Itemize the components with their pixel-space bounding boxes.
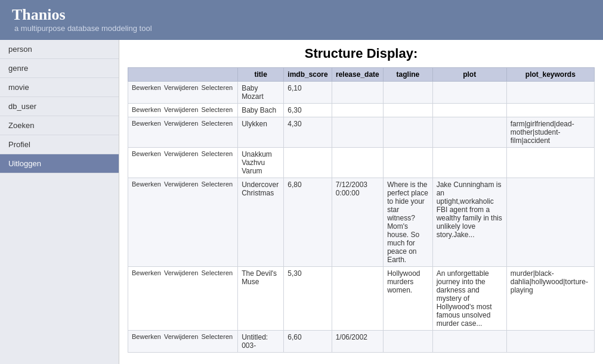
row-actions-cell: Bewerken Verwijderen Selecteren xyxy=(128,82,238,104)
main-content: Structure Display: title imdb_score rele… xyxy=(119,40,603,364)
sidebar-item-movie[interactable]: movie xyxy=(0,78,119,97)
row-actions-cell: Bewerken Verwijderen Selecteren xyxy=(128,178,238,267)
cell-title: Unakkum Vazhvu Varum xyxy=(238,148,284,178)
cell-plot: Jake Cunningham is an uptight,workaholic… xyxy=(432,178,506,267)
action-bewerken[interactable]: Bewerken xyxy=(132,269,163,276)
cell-plot xyxy=(432,117,506,148)
action-verwijderen[interactable]: Verwijderen xyxy=(164,106,200,113)
action-bewerken[interactable]: Bewerken xyxy=(132,120,163,127)
cell-tagline: Where is the perfect place to hide your … xyxy=(384,178,433,267)
table-row: Bewerken Verwijderen Selecteren Ulykken4… xyxy=(128,117,595,148)
action-selecteren[interactable]: Selecteren xyxy=(202,150,233,157)
cell-tagline xyxy=(384,331,433,353)
cell-title: Baby Mozart xyxy=(238,82,284,104)
app-subtitle: a multipurpose database moddeling tool xyxy=(14,24,152,33)
cell-imdb-score: 4,30 xyxy=(284,117,332,148)
cell-imdb-score: 6,10 xyxy=(284,82,332,104)
cell-title: Baby Bach xyxy=(238,104,284,117)
cell-title: Undercover Christmas xyxy=(238,178,284,267)
action-selecteren[interactable]: Selecteren xyxy=(202,333,233,340)
row-actions-cell: Bewerken Verwijderen Selecteren xyxy=(128,117,238,148)
row-actions-cell: Bewerken Verwijderen Selecteren xyxy=(128,104,238,117)
cell-plot-keywords: farm|girlfriend|dead-mother|student-film… xyxy=(506,117,594,148)
table-row: Bewerken Verwijderen Selecteren Baby Moz… xyxy=(128,82,595,104)
action-selecteren[interactable]: Selecteren xyxy=(202,181,233,188)
cell-release-date xyxy=(332,82,383,104)
action-selecteren[interactable]: Selecteren xyxy=(202,84,233,91)
table-row: Bewerken Verwijderen Selecteren Undercov… xyxy=(128,178,595,267)
sidebar-item-genre[interactable]: genre xyxy=(0,59,119,78)
cell-plot-keywords xyxy=(506,178,594,267)
cell-release-date xyxy=(332,267,383,331)
col-tagline: tagline xyxy=(384,68,433,82)
cell-plot-keywords xyxy=(506,148,594,178)
action-verwijderen[interactable]: Verwijderen xyxy=(164,84,200,91)
action-verwijderen[interactable]: Verwijderen xyxy=(164,269,200,276)
cell-plot-keywords: murder|black-dahlia|hollywood|torture-pl… xyxy=(506,267,594,331)
page-title: Structure Display: xyxy=(128,46,595,61)
table-row: Bewerken Verwijderen Selecteren Unakkum … xyxy=(128,148,595,178)
action-verwijderen[interactable]: Verwijderen xyxy=(164,181,200,188)
action-bewerken[interactable]: Bewerken xyxy=(132,106,163,113)
action-bewerken[interactable]: Bewerken xyxy=(132,181,163,188)
sidebar: persongenremoviedb_userZoekenProfielUitl… xyxy=(0,40,119,364)
cell-plot xyxy=(432,148,506,178)
cell-tagline xyxy=(384,82,433,104)
cell-release-date: 1/06/2002 xyxy=(332,331,383,353)
cell-release-date: 7/12/2003 0:00:00 xyxy=(332,178,383,267)
action-verwijderen[interactable]: Verwijderen xyxy=(164,120,200,127)
col-release-date: release_date xyxy=(332,68,383,82)
cell-title: The Devil's Muse xyxy=(238,267,284,331)
sidebar-item-db_user[interactable]: db_user xyxy=(0,97,119,116)
sidebar-item-zoeken[interactable]: Zoeken xyxy=(0,116,119,135)
sidebar-item-profiel[interactable]: Profiel xyxy=(0,135,119,154)
cell-tagline xyxy=(384,104,433,117)
col-plot-keywords: plot_keywords xyxy=(506,68,594,82)
cell-imdb-score: 5,30 xyxy=(284,267,332,331)
row-actions-cell: Bewerken Verwijderen Selecteren xyxy=(128,267,238,331)
action-selecteren[interactable]: Selecteren xyxy=(202,106,233,113)
cell-imdb-score xyxy=(284,148,332,178)
cell-imdb-score: 6,80 xyxy=(284,178,332,267)
action-bewerken[interactable]: Bewerken xyxy=(132,333,163,340)
cell-release-date xyxy=(332,148,383,178)
cell-plot: An unforgettable journey into the darkne… xyxy=(432,267,506,331)
data-table: title imdb_score release_date tagline pl… xyxy=(128,67,595,353)
cell-plot-keywords xyxy=(506,331,594,353)
action-selecteren[interactable]: Selecteren xyxy=(202,120,233,127)
cell-plot-keywords xyxy=(506,82,594,104)
action-bewerken[interactable]: Bewerken xyxy=(132,150,163,157)
col-title: title xyxy=(238,68,284,82)
col-imdb-score: imdb_score xyxy=(284,68,332,82)
sidebar-item-uitloggen[interactable]: Uitloggen xyxy=(0,154,119,173)
row-actions-cell: Bewerken Verwijderen Selecteren xyxy=(128,148,238,178)
cell-title: Ulykken xyxy=(238,117,284,148)
table-row: Bewerken Verwijderen Selecteren Untitled… xyxy=(128,331,595,353)
table-row: Bewerken Verwijderen Selecteren The Devi… xyxy=(128,267,595,331)
col-plot: plot xyxy=(432,68,506,82)
app-header: Thanios a multipurpose database moddelin… xyxy=(0,0,603,40)
cell-tagline xyxy=(384,117,433,148)
cell-tagline: Hollywood murders women. xyxy=(384,267,433,331)
table-header-row: title imdb_score release_date tagline pl… xyxy=(128,68,595,82)
app-title: Thanios xyxy=(12,6,66,23)
cell-plot-keywords xyxy=(506,104,594,117)
action-verwijderen[interactable]: Verwijderen xyxy=(164,333,200,340)
cell-plot xyxy=(432,331,506,353)
cell-plot xyxy=(432,104,506,117)
cell-imdb-score: 6,60 xyxy=(284,331,332,353)
sidebar-item-person[interactable]: person xyxy=(0,40,119,59)
action-selecteren[interactable]: Selecteren xyxy=(202,269,233,276)
row-actions-cell: Bewerken Verwijderen Selecteren xyxy=(128,331,238,353)
action-bewerken[interactable]: Bewerken xyxy=(132,84,163,91)
table-row: Bewerken Verwijderen Selecteren Baby Bac… xyxy=(128,104,595,117)
cell-tagline xyxy=(384,148,433,178)
cell-release-date xyxy=(332,117,383,148)
cell-imdb-score: 6,30 xyxy=(284,104,332,117)
cell-title: Untitled: 003- xyxy=(238,331,284,353)
col-actions xyxy=(128,68,238,82)
cell-plot xyxy=(432,82,506,104)
cell-release-date xyxy=(332,104,383,117)
action-verwijderen[interactable]: Verwijderen xyxy=(164,150,200,157)
main-layout: persongenremoviedb_userZoekenProfielUitl… xyxy=(0,40,603,364)
